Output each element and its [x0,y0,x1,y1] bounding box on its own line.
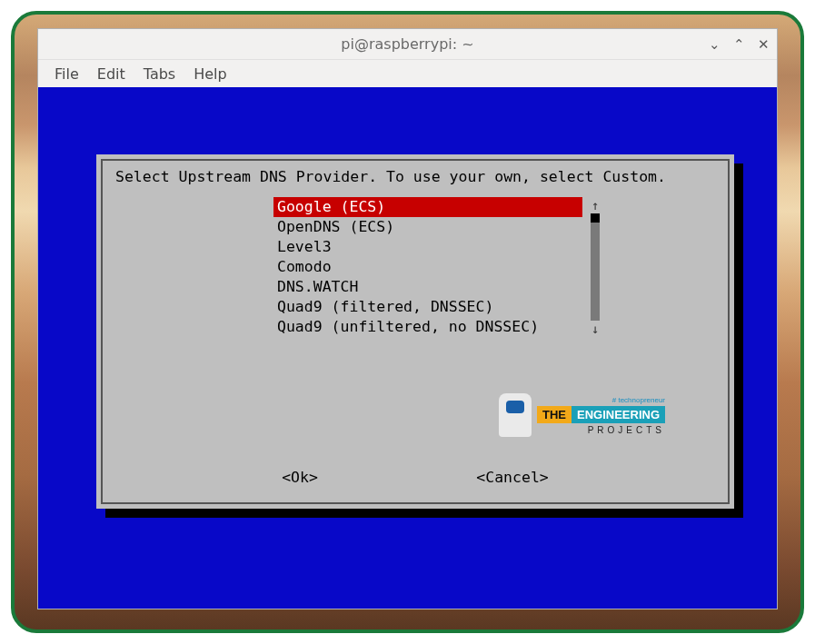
titlebar: pi@raspberrypi: ~ ⌄ ⌃ ✕ [38,29,777,60]
watermark-text: # technopreneur THE ENGINEERING PROJECTS [537,396,665,435]
cancel-button[interactable]: <Cancel> [476,469,548,486]
terminal-window: pi@raspberrypi: ~ ⌄ ⌃ ✕ File Edit Tabs H… [37,28,778,609]
window-title: pi@raspberrypi: ~ [341,35,473,53]
scroll-down-icon[interactable]: ↓ [584,321,606,337]
option-quad9-unfiltered[interactable]: Quad9 (unfiltered, no DNSSEC) [273,317,582,337]
option-dnswatch[interactable]: DNS.WATCH [273,277,582,297]
menu-edit[interactable]: Edit [92,64,131,84]
option-comodo[interactable]: Comodo [273,257,582,277]
dialog-buttons: <Ok> <Cancel> [103,469,728,486]
close-button[interactable]: ✕ [758,36,770,53]
option-opendns-ecs[interactable]: OpenDNS (ECS) [273,217,582,237]
menu-help[interactable]: Help [188,64,232,84]
scroll-up-icon[interactable]: ↑ [584,197,606,213]
options-scrollbar[interactable]: ↑ ↓ [584,197,606,337]
dialog-prompt: Select Upstream DNS Provider. To use you… [115,168,666,185]
menu-file[interactable]: File [49,64,84,84]
option-level3[interactable]: Level3 [273,237,582,257]
scroll-track[interactable] [591,213,600,321]
watermark-the: THE [537,406,571,423]
dialog-border: Select Upstream DNS Provider. To use you… [101,159,730,504]
menu-tabs[interactable]: Tabs [138,64,181,84]
robot-icon [499,393,532,437]
option-quad9-filtered[interactable]: Quad9 (filtered, DNSSEC) [273,297,582,317]
window-controls: ⌄ ⌃ ✕ [709,36,770,53]
scroll-thumb[interactable] [591,213,600,223]
watermark-projects: PROJECTS [537,425,665,435]
watermark-tagline: # technopreneur [537,396,665,404]
watermark-engineering: ENGINEERING [571,406,665,423]
whiptail-dialog: Select Upstream DNS Provider. To use you… [96,154,734,509]
option-google-ecs[interactable]: Google (ECS) [273,197,582,217]
watermark-logo: # technopreneur THE ENGINEERING PROJECTS [499,388,708,442]
dns-options-list: Google (ECS) OpenDNS (ECS) Level3 Comodo… [273,197,582,337]
ok-button[interactable]: <Ok> [282,469,318,486]
terminal-content: Select Upstream DNS Provider. To use you… [38,87,777,609]
screenshot-frame: pi@raspberrypi: ~ ⌄ ⌃ ✕ File Edit Tabs H… [11,11,804,633]
menubar: File Edit Tabs Help [38,60,777,87]
minimize-button[interactable]: ⌄ [709,36,721,53]
maximize-button[interactable]: ⌃ [733,36,745,53]
